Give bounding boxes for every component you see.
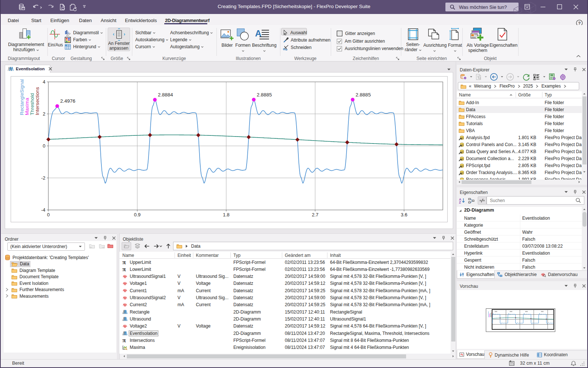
svg-text:2.4976: 2.4976: [60, 98, 75, 104]
svg-text:0.9: 0.9: [134, 212, 140, 217]
svg-text:Intersections: Intersections: [35, 87, 40, 115]
svg-text:-2: -2: [41, 175, 46, 181]
svg-text:-4: -4: [41, 207, 46, 213]
svg-text:2: 2: [43, 111, 45, 117]
svg-text:0: 0: [47, 212, 50, 217]
svg-text:3.6: 3.6: [401, 212, 407, 217]
svg-text:RectangleSignal: RectangleSignal: [19, 79, 25, 115]
svg-text:2.7: 2.7: [312, 212, 318, 217]
svg-text:2.8884: 2.8884: [158, 92, 173, 98]
svg-text:0: 0: [43, 143, 45, 149]
svg-text:Maxima: Maxima: [24, 98, 30, 115]
svg-text:Threshold: Threshold: [29, 93, 35, 115]
svg-text:2.8885: 2.8885: [356, 92, 371, 98]
svg-text:1.8: 1.8: [223, 212, 229, 217]
svg-text:Z: Z: [459, 201, 461, 204]
svg-text:4: 4: [43, 79, 45, 85]
svg-text:2.8885: 2.8885: [257, 92, 272, 98]
